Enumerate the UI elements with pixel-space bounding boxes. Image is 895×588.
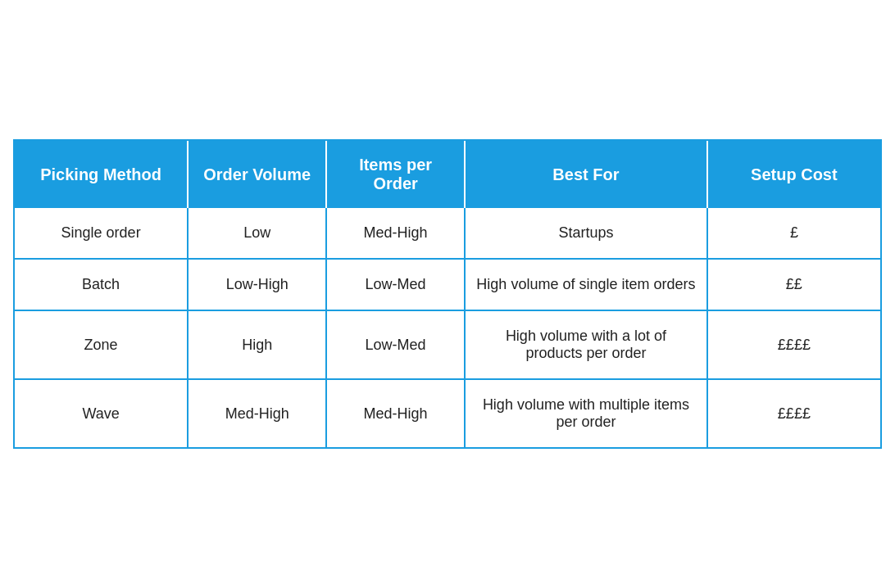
cell-items: Med-High — [326, 208, 465, 259]
table-row: WaveMed-HighMed-HighHigh volume with mul… — [15, 379, 880, 447]
cell-volume: High — [188, 310, 326, 379]
cell-best-for: High volume with a lot of products per o… — [465, 310, 707, 379]
comparison-table: Picking Method Order Volume Items per Or… — [13, 139, 882, 449]
table-row: Single orderLowMed-HighStartups£ — [15, 208, 880, 259]
cell-volume: Low — [188, 208, 326, 259]
cell-method: Single order — [15, 208, 188, 259]
cell-method: Wave — [15, 379, 188, 447]
table-row: ZoneHighLow-MedHigh volume with a lot of… — [15, 310, 880, 379]
header-picking-method: Picking Method — [15, 141, 188, 208]
header-setup-cost: Setup Cost — [707, 141, 880, 208]
cell-cost: £ — [707, 208, 880, 259]
cell-method: Zone — [15, 310, 188, 379]
cell-best-for: High volume with multiple items per orde… — [465, 379, 707, 447]
cell-cost: ££££ — [707, 379, 880, 447]
cell-volume: Med-High — [188, 379, 326, 447]
cell-best-for: High volume of single item orders — [465, 259, 707, 310]
cell-items: Low-Med — [326, 310, 465, 379]
cell-items: Med-High — [326, 379, 465, 447]
cell-method: Batch — [15, 259, 188, 310]
table-row: BatchLow-HighLow-MedHigh volume of singl… — [15, 259, 880, 310]
header-items-per-order: Items per Order — [326, 141, 465, 208]
header-best-for: Best For — [465, 141, 707, 208]
cell-cost: ££ — [707, 259, 880, 310]
cell-volume: Low-High — [188, 259, 326, 310]
header-order-volume: Order Volume — [188, 141, 326, 208]
cell-items: Low-Med — [326, 259, 465, 310]
cell-cost: ££££ — [707, 310, 880, 379]
cell-best-for: Startups — [465, 208, 707, 259]
